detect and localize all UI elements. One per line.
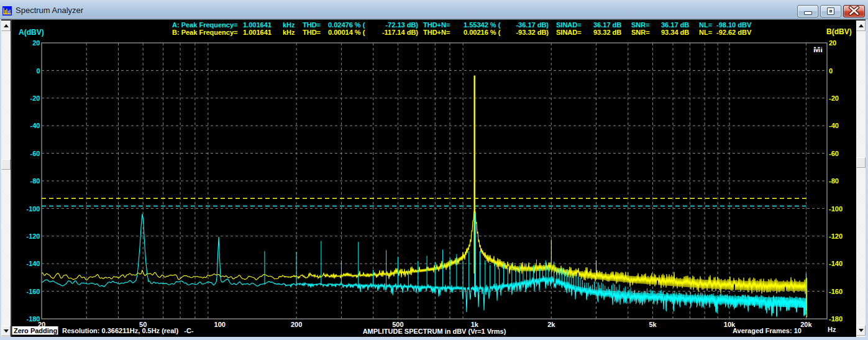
- svg-text:93.34 dB: 93.34 dB: [661, 29, 689, 36]
- svg-text:-100: -100: [26, 205, 40, 213]
- svg-text:-60: -60: [30, 150, 40, 157]
- svg-text:-100: -100: [829, 205, 843, 213]
- svg-text:1.001641: 1.001641: [243, 29, 272, 36]
- svg-text:THD+N=: THD+N=: [423, 29, 450, 36]
- svg-text:-20: -20: [30, 94, 40, 102]
- svg-text:100: 100: [214, 321, 226, 328]
- svg-text:SINAD=: SINAD=: [556, 21, 582, 29]
- svg-text:Hz: Hz: [828, 326, 836, 333]
- svg-text:-60: -60: [829, 150, 839, 157]
- svg-text:SNR=: SNR=: [631, 21, 650, 29]
- svg-text:-72.13 dB): -72.13 dB): [385, 21, 418, 29]
- svg-text:SNR=: SNR=: [631, 29, 650, 36]
- svg-text:AMPLITUDE SPECTRUM in dBV (Vr=: AMPLITUDE SPECTRUM in dBV (Vr=1 Vrms): [363, 328, 506, 335]
- svg-text:-80: -80: [30, 177, 40, 185]
- svg-text:93.32 dB: 93.32 dB: [593, 29, 621, 36]
- svg-text:THD=: THD=: [303, 21, 321, 29]
- svg-text:0.00014 % (: 0.00014 % (: [328, 29, 365, 36]
- svg-text:kHz: kHz: [283, 21, 295, 29]
- svg-text:-160: -160: [26, 288, 40, 295]
- svg-text:20k: 20k: [800, 321, 812, 328]
- svg-text:0: 0: [829, 67, 833, 75]
- svg-text:-92.62 dBV: -92.62 dBV: [716, 29, 752, 36]
- svg-text:Mi: Mi: [813, 45, 823, 54]
- svg-text:Averaged Frames: 10: Averaged Frames: 10: [733, 327, 802, 334]
- svg-text:-40: -40: [30, 122, 40, 129]
- svg-text:36.17 dB: 36.17 dB: [593, 21, 621, 29]
- svg-text:-98.10 dBV: -98.10 dBV: [716, 21, 752, 29]
- svg-text:1.55342 % (: 1.55342 % (: [464, 21, 501, 29]
- svg-text:0.02476 % (: 0.02476 % (: [328, 21, 365, 29]
- svg-text:THD=: THD=: [303, 29, 321, 36]
- svg-text:B: Peak Frequency=: B: Peak Frequency=: [172, 29, 237, 36]
- svg-text:-40: -40: [829, 122, 839, 129]
- svg-text:B(dBV): B(dBV): [826, 27, 852, 36]
- svg-text:NL=: NL=: [699, 21, 712, 29]
- svg-text:-160: -160: [829, 288, 843, 295]
- svg-text:20: 20: [32, 39, 40, 47]
- svg-text:5k: 5k: [649, 321, 657, 328]
- svg-text:0: 0: [36, 67, 40, 75]
- svg-text:A: Peak Frequency=: A: Peak Frequency=: [172, 21, 237, 29]
- svg-text:A(dBV): A(dBV): [19, 28, 44, 37]
- svg-text:1.001641: 1.001641: [243, 21, 272, 29]
- svg-text:Zero Padding: Zero Padding: [14, 327, 57, 334]
- svg-text:2k: 2k: [547, 321, 555, 328]
- svg-text:200: 200: [291, 321, 302, 328]
- svg-text:-117.14 dB): -117.14 dB): [382, 29, 418, 36]
- svg-text:-140: -140: [829, 260, 843, 267]
- svg-text:Resolution: 0.366211Hz, 0.5Hz: Resolution: 0.366211Hz, 0.5Hz (real) -C-: [62, 327, 194, 334]
- svg-text:kHz: kHz: [283, 29, 295, 36]
- svg-text:-120: -120: [829, 232, 843, 240]
- svg-text:NL=: NL=: [699, 29, 712, 36]
- svg-text:-36.17 dB): -36.17 dB): [516, 21, 549, 29]
- svg-text:-120: -120: [26, 232, 40, 240]
- svg-text:THD+N=: THD+N=: [423, 21, 450, 29]
- svg-text:0.00216 % (: 0.00216 % (: [464, 29, 501, 36]
- svg-text:20: 20: [829, 39, 836, 47]
- svg-text:-80: -80: [829, 177, 839, 185]
- svg-text:-180: -180: [829, 315, 843, 323]
- svg-text:-93.32 dB): -93.32 dB): [516, 29, 549, 36]
- svg-text:SINAD=: SINAD=: [556, 29, 582, 36]
- svg-text:36.17 dB: 36.17 dB: [661, 21, 689, 29]
- svg-text:-20: -20: [829, 94, 839, 102]
- svg-text:-140: -140: [26, 260, 40, 267]
